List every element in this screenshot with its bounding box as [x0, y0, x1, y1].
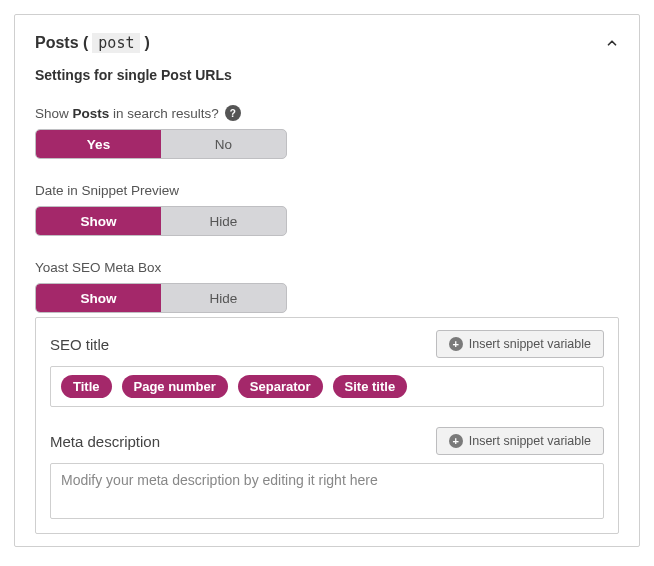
toggle-show[interactable]: Show [36, 207, 161, 235]
setting-date-snippet: Date in Snippet Preview Show Hide [35, 183, 619, 236]
toggle-meta-box: Show Hide [35, 283, 287, 313]
label-strong: Posts [73, 106, 110, 121]
panel-header[interactable]: Posts ( post ) [35, 33, 619, 53]
setting-meta-box: Yoast SEO Meta Box Show Hide [35, 260, 619, 313]
toggle-show[interactable]: Show [36, 284, 161, 312]
toggle-hide[interactable]: Hide [161, 284, 286, 312]
posts-settings-panel: Posts ( post ) Settings for single Post … [14, 14, 640, 547]
seo-title-input[interactable]: Title Page number Separator Site title [50, 366, 604, 407]
toggle-date-snippet: Show Hide [35, 206, 287, 236]
snippet-variable-pill[interactable]: Separator [238, 375, 323, 398]
insert-snippet-label: Insert snippet variable [469, 337, 591, 351]
toggle-yes[interactable]: Yes [36, 130, 161, 158]
toggle-no[interactable]: No [161, 130, 286, 158]
meta-description-header: Meta description + Insert snippet variab… [50, 427, 604, 455]
label-post: in search results? [109, 106, 219, 121]
meta-description-input[interactable]: Modify your meta description by editing … [50, 463, 604, 519]
label-post: Yoast SEO Meta Box [35, 260, 161, 275]
setting-label: Show Posts in search results? ? [35, 105, 619, 121]
meta-description-heading: Meta description [50, 433, 160, 450]
setting-label: Date in Snippet Preview [35, 183, 619, 198]
plus-icon: + [449, 434, 463, 448]
panel-title-prefix: Posts ( [35, 34, 88, 52]
setting-label: Yoast SEO Meta Box [35, 260, 619, 275]
chevron-up-icon[interactable] [605, 36, 619, 50]
seo-title-header: SEO title + Insert snippet variable [50, 330, 604, 358]
help-icon[interactable]: ? [225, 105, 241, 121]
snippet-variable-pill[interactable]: Title [61, 375, 112, 398]
snippet-variable-pill[interactable]: Site title [333, 375, 408, 398]
plus-icon: + [449, 337, 463, 351]
seo-title-heading: SEO title [50, 336, 109, 353]
toggle-hide[interactable]: Hide [161, 207, 286, 235]
snippet-variable-pill[interactable]: Page number [122, 375, 228, 398]
insert-snippet-variable-button[interactable]: + Insert snippet variable [436, 330, 604, 358]
label-pre: Show [35, 106, 73, 121]
label-post: Date in Snippet Preview [35, 183, 179, 198]
panel-title-code: post [92, 33, 140, 53]
setting-show-in-search: Show Posts in search results? ? Yes No [35, 105, 619, 159]
snippet-editor-box: SEO title + Insert snippet variable Titl… [35, 317, 619, 534]
insert-snippet-label: Insert snippet variable [469, 434, 591, 448]
toggle-show-in-search: Yes No [35, 129, 287, 159]
section-subtitle: Settings for single Post URLs [35, 67, 619, 83]
panel-title: Posts ( post ) [35, 33, 150, 53]
panel-title-suffix: ) [144, 34, 149, 52]
insert-snippet-variable-button[interactable]: + Insert snippet variable [436, 427, 604, 455]
